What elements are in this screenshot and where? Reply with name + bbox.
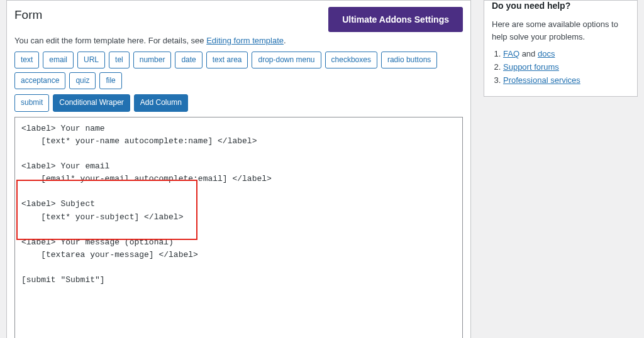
form-description: You can edit the form template here. For… — [14, 36, 463, 45]
help-links-list: FAQ and docsSupport forumsProfessional s… — [484, 49, 637, 96]
tag-add-column[interactable]: Add Column — [134, 94, 188, 111]
form-textarea-wrap — [14, 117, 463, 338]
tag-file[interactable]: file — [99, 72, 121, 89]
tag-conditional-wraper[interactable]: Conditional Wraper — [53, 94, 130, 111]
tag-number[interactable]: number — [133, 52, 172, 68]
editing-form-template-link[interactable]: Editing form template — [206, 36, 284, 45]
help-item-1: Support forums — [503, 62, 630, 72]
tag-drop-down-menu[interactable]: drop-down menu — [252, 52, 321, 68]
tag-text-area[interactable]: text area — [206, 52, 248, 68]
form-template-textarea[interactable] — [14, 117, 463, 338]
tag-submit[interactable]: submit — [14, 94, 49, 111]
tag-email[interactable]: email — [43, 52, 74, 68]
form-tag-row-1: textemailURLtelnumberdatetext areadrop-d… — [14, 52, 463, 89]
help-link-docs[interactable]: docs — [538, 49, 555, 58]
tag-URL[interactable]: URL — [77, 52, 105, 68]
tag-acceptance[interactable]: acceptance — [14, 72, 65, 89]
form-title: Form — [14, 8, 42, 22]
form-tag-row-2: submitConditional WraperAdd Column — [14, 94, 463, 111]
tag-radio-buttons[interactable]: radio buttons — [381, 52, 437, 68]
help-description: Here are some available options to help … — [484, 14, 637, 49]
help-link-faq[interactable]: FAQ — [503, 49, 519, 58]
tag-text[interactable]: text — [14, 52, 39, 68]
help-link-professional-services[interactable]: Professional services — [503, 75, 580, 85]
ultimate-addons-settings-button[interactable]: Ultimate Addons Settings — [328, 7, 463, 32]
tag-checkboxes[interactable]: checkboxes — [325, 52, 377, 68]
form-panel: Form Ultimate Addons Settings You can ed… — [6, 0, 471, 338]
tag-tel[interactable]: tel — [109, 52, 130, 68]
help-and: and — [519, 49, 538, 58]
form-desc-text: You can edit the form template here. For… — [14, 36, 206, 45]
tag-quiz[interactable]: quiz — [69, 72, 96, 89]
form-desc-suffix: . — [284, 36, 286, 45]
help-item-2: Professional services — [503, 75, 630, 85]
help-item-0: FAQ and docs — [503, 49, 630, 58]
help-title: Do you need help? — [484, 1, 637, 14]
help-panel: Do you need help? Here are some availabl… — [484, 0, 638, 97]
help-link-support-forums[interactable]: Support forums — [503, 62, 559, 72]
tag-date[interactable]: date — [175, 52, 202, 68]
